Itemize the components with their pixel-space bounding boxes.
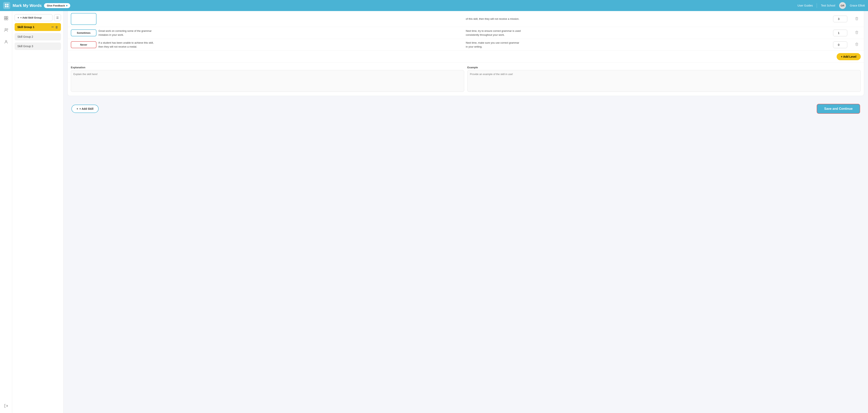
always-badge bbox=[71, 13, 96, 25]
explanation-label: Explanation bbox=[71, 66, 464, 69]
give-feedback-button[interactable]: Give Feedback bbox=[44, 3, 70, 8]
svg-point-10 bbox=[5, 40, 7, 42]
main-content: of this skill, then they will not receiv… bbox=[64, 11, 868, 413]
never-delete-button[interactable] bbox=[853, 42, 861, 47]
sidebar-item-skill-group-3[interactable]: Skill Group 3 bbox=[14, 42, 61, 50]
delete-skill-group-1-button[interactable]: 🗑 bbox=[55, 25, 58, 29]
add-skill-group-button[interactable]: + + Add Skill Group bbox=[14, 14, 53, 21]
edit-skill-group-1-button[interactable]: ✏ bbox=[52, 25, 54, 29]
icon-bar bbox=[0, 11, 12, 413]
sidebar: + + Add Skill Group ☰ Skill Group 1 ✏ 🗑 … bbox=[12, 11, 64, 413]
test-school-link[interactable]: Test School bbox=[821, 4, 835, 7]
example-textarea[interactable] bbox=[467, 70, 861, 92]
example-label: Example bbox=[467, 66, 861, 69]
svg-point-9 bbox=[7, 29, 8, 30]
main-layout: + + Add Skill Group ☰ Skill Group 1 ✏ 🗑 … bbox=[0, 11, 868, 413]
bottom-bar: + + Add Skill Save and Continue bbox=[67, 100, 864, 114]
explanation-field: Explanation bbox=[71, 66, 464, 93]
sidebar-item-skill-group-2[interactable]: Skill Group 2 bbox=[14, 33, 61, 40]
plus-icon: + bbox=[18, 16, 19, 19]
icon-bar-users-button[interactable] bbox=[2, 26, 10, 34]
sometimes-delete-button[interactable] bbox=[853, 31, 861, 35]
partial-delete-button[interactable] bbox=[853, 17, 861, 21]
icon-bar-grid-button[interactable] bbox=[2, 14, 10, 22]
never-row: Never If a student has been unable to ac… bbox=[68, 39, 864, 51]
svg-rect-6 bbox=[4, 18, 6, 20]
sidebar-item-skill-group-1[interactable]: Skill Group 1 ✏ 🗑 bbox=[14, 23, 61, 31]
partial-top-card: of this skill, then they will not receiv… bbox=[67, 11, 864, 96]
svg-rect-2 bbox=[5, 6, 6, 7]
explanation-textarea[interactable] bbox=[71, 70, 464, 92]
partial-next-time-text: of this skill, then they will not receiv… bbox=[466, 17, 521, 21]
add-skill-button[interactable]: + + Add Skill bbox=[71, 105, 99, 113]
logo-icon bbox=[3, 2, 10, 9]
add-skill-plus-icon: + bbox=[76, 107, 78, 110]
avatar[interactable]: GR bbox=[839, 2, 846, 9]
logout-button[interactable] bbox=[2, 402, 10, 410]
sometimes-feedback-text: Great work on correcting some of the gra… bbox=[98, 29, 154, 37]
sidebar-item-label: Skill Group 3 bbox=[18, 45, 33, 48]
save-and-continue-button[interactable]: Save and Continue bbox=[817, 104, 860, 114]
sidebar-item-1-actions: ✏ 🗑 bbox=[52, 25, 58, 29]
user-guides-link[interactable]: User Guides bbox=[798, 4, 813, 7]
svg-rect-4 bbox=[4, 17, 6, 18]
sidebar-item-label: Skill Group 2 bbox=[18, 35, 33, 38]
sometimes-next-time-text: Next time, try to ensure correct grammar… bbox=[466, 29, 521, 37]
app-header: Mark My Words Give Feedback User Guides … bbox=[0, 0, 868, 11]
svg-rect-5 bbox=[6, 17, 8, 18]
explanation-section: Explanation Example bbox=[68, 63, 864, 96]
svg-rect-1 bbox=[7, 4, 8, 5]
never-badge: Never bbox=[71, 41, 96, 48]
never-next-time-text: Next time, make sure you use correct gra… bbox=[466, 41, 521, 49]
svg-rect-7 bbox=[6, 18, 8, 20]
sidebar-list-button[interactable]: ☰ bbox=[54, 14, 61, 21]
header-right: User Guides Test School GR Grace Elliott bbox=[798, 2, 865, 9]
add-level-button[interactable]: + Add Level bbox=[837, 53, 861, 60]
app-title: Mark My Words bbox=[12, 3, 42, 8]
svg-point-8 bbox=[5, 28, 6, 30]
sidebar-top-row: + + Add Skill Group ☰ bbox=[14, 14, 61, 21]
partial-number-input[interactable] bbox=[833, 16, 847, 22]
never-feedback-text: If a student has been unable to achieve … bbox=[98, 41, 154, 49]
icon-bar-person-button[interactable] bbox=[2, 38, 10, 46]
svg-rect-3 bbox=[7, 6, 8, 7]
add-level-row: + Add Level bbox=[68, 51, 864, 63]
feedback-dot bbox=[66, 5, 67, 6]
svg-rect-0 bbox=[5, 4, 6, 5]
never-number-input[interactable] bbox=[833, 41, 847, 48]
sometimes-badge: Sometimes bbox=[71, 29, 96, 36]
example-field: Example bbox=[467, 66, 861, 93]
content-area: of this skill, then they will not receiv… bbox=[64, 11, 868, 118]
sometimes-number-input[interactable] bbox=[833, 30, 847, 36]
sometimes-row: Sometimes Great work on correcting some … bbox=[68, 27, 864, 39]
sidebar-item-label: Skill Group 1 bbox=[18, 26, 34, 29]
partial-always-row: of this skill, then they will not receiv… bbox=[68, 11, 864, 27]
username: Grace Elliott bbox=[850, 4, 865, 7]
